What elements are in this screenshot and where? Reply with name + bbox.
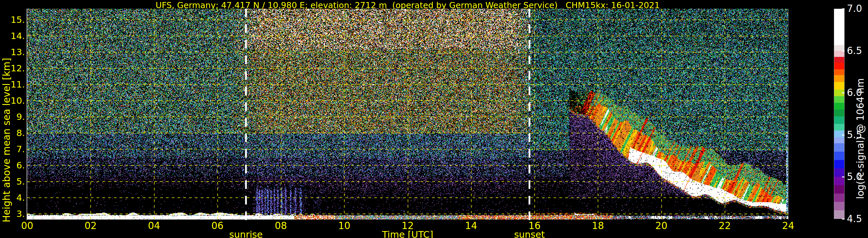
sunrise-label: sunrise [229,229,263,238]
y-tick-8: 8. [0,127,25,138]
colorbar-tick-mark-5.0 [842,176,844,177]
y-tick-6: 6. [0,160,25,171]
y-tick-12: 12. [0,63,25,74]
plot-right-border [788,9,788,220]
x-tick-24: 24 [782,220,794,231]
x-axis-label: Time [UTC] [382,229,433,238]
colorbar-tick-label-6.5: 6.5 [847,45,862,56]
colorbar-tick-mark-5.5 [842,135,844,135]
x-tick-20: 20 [655,220,668,231]
x-tick-00: 00 [21,220,33,231]
y-tick-9: 9. [0,111,25,122]
y-tick-3: 3. [0,208,25,219]
x-tick-06: 06 [211,220,224,231]
y-tick-14: 14. [0,30,25,41]
x-tick-18: 18 [592,220,604,231]
y-tick-7: 7. [0,143,25,155]
y-tick-4: 4. [0,192,25,203]
x-tick-22: 22 [719,220,731,231]
x-tick-08: 08 [275,220,287,231]
backscatter-heatmap-canvas [27,9,788,220]
sunset-label: sunset [514,229,545,238]
ceilometer-quicklook-figure: UFS, Germany; 47.417 N / 10.980 E; eleva… [0,0,868,238]
plot-left-border [27,9,27,220]
colorbar-tick-mark-4.5 [842,219,844,219]
colorbar [834,9,844,219]
colorbar-tick-label-4.5: 4.5 [847,213,862,225]
y-tick-13: 13. [0,46,25,58]
x-tick-14: 14 [465,220,477,231]
x-tick-02: 02 [85,220,97,231]
x-tick-04: 04 [148,220,160,231]
colorbar-tick-label-7.0: 7.0 [847,3,862,14]
y-tick-11: 11. [0,79,25,90]
x-tick-10: 10 [338,220,350,231]
y-tick-5: 5. [0,176,25,187]
colorbar-label: log(rc-signal) @ 1064 nm [855,78,866,199]
colorbar-tick-mark-7.0 [842,8,844,9]
y-tick-10: 10. [0,95,25,106]
colorbar-tick-mark-6.0 [842,93,844,93]
y-tick-15: 15. [0,14,25,25]
colorbar-tick-mark-6.5 [842,50,844,52]
